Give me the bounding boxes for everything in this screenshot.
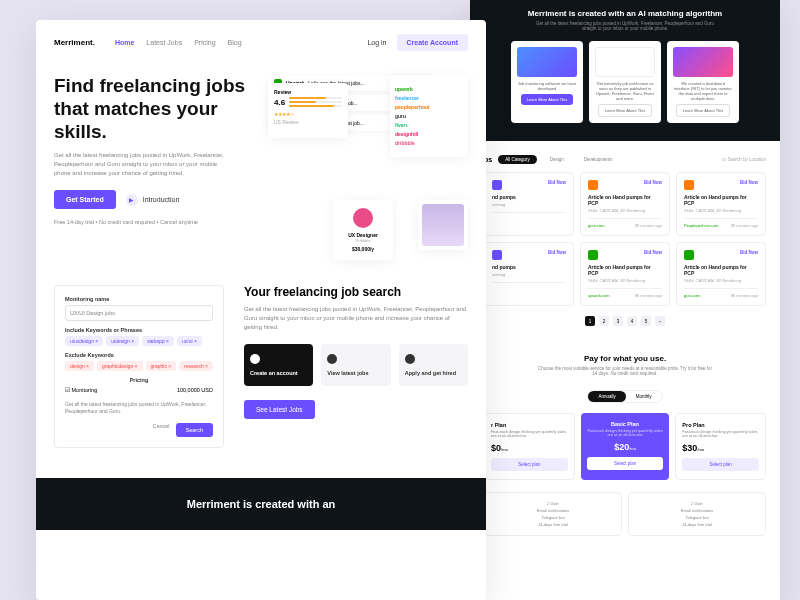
- billing-toggle[interactable]: Annually Monthly: [587, 390, 662, 403]
- pricing-section: Pay for what you use. Choose the most su…: [470, 340, 780, 550]
- plan-name: Basic Plan: [587, 421, 664, 427]
- bid-button[interactable]: Bid Now: [740, 250, 758, 260]
- page-5[interactable]: 5: [641, 316, 651, 326]
- job-logo-icon: [492, 180, 502, 190]
- tag-include[interactable]: ux/ui ×: [177, 336, 202, 346]
- plan-starter: r Plan Fast-track design thinking yet qu…: [484, 413, 575, 480]
- tag-exclude[interactable]: graphic ×: [146, 361, 177, 371]
- tag-include[interactable]: uiuxdesign ×: [65, 336, 103, 346]
- job-logo-icon: [684, 180, 694, 190]
- nav-pricing[interactable]: Pricing: [194, 39, 215, 46]
- logo-guru: guru: [395, 113, 463, 119]
- user-icon: [250, 354, 260, 364]
- step-apply[interactable]: Apply and get hired: [399, 344, 468, 386]
- logo[interactable]: Merriment.: [54, 38, 95, 47]
- learn-more-button[interactable]: Learn More About This: [521, 94, 573, 105]
- toggle-annually[interactable]: Annually: [588, 391, 625, 402]
- job-card[interactable]: Bid Now nd pumps ndering: [484, 172, 574, 236]
- cancel-button[interactable]: Cancel: [152, 423, 169, 437]
- job-card[interactable]: Bid Now nd pumps ndering: [484, 242, 574, 306]
- nav-home[interactable]: Home: [115, 39, 134, 46]
- job-card[interactable]: Bid Now Article on Hand pumps for PCP Sk…: [676, 242, 766, 306]
- ai-sub: Get all the latest freelancing jobs post…: [535, 21, 715, 31]
- job-title: Article on Hand pumps for PCP: [588, 264, 662, 276]
- ux-rate: $30,000/y: [341, 246, 385, 252]
- bid-button[interactable]: Bid Now: [740, 180, 758, 190]
- job-logo-icon: [588, 180, 598, 190]
- logo-designhill: designhill: [395, 131, 463, 137]
- get-started-button[interactable]: Get Started: [54, 190, 116, 209]
- ai-card: Get extremely job notification as soon a…: [589, 41, 661, 123]
- tag-exclude[interactable]: design ×: [65, 361, 94, 371]
- nav-blog[interactable]: Blog: [228, 39, 242, 46]
- job-meta: ndering: [492, 272, 566, 277]
- create-account-button[interactable]: Create Account: [397, 34, 468, 51]
- logo-dribbble: dribbble: [395, 140, 463, 146]
- cat-dev[interactable]: Developments: [577, 155, 620, 164]
- logos-card: upwork freelancer peopleperhour guru fiv…: [390, 75, 468, 157]
- learn-more-button[interactable]: Learn More About This: [676, 104, 730, 117]
- ux-sub: Dribbble: [341, 238, 385, 243]
- toggle-monthly[interactable]: Monthly: [626, 391, 662, 402]
- monitoring-checkbox[interactable]: ☑ Monitoring: [65, 387, 97, 393]
- select-plan-button[interactable]: Select plan: [682, 458, 759, 471]
- ai-graphic: [517, 47, 577, 77]
- section2-title: Your freelancing job search: [244, 285, 468, 299]
- job-card[interactable]: Bid Now Article on Hand pumps for PCP Sk…: [676, 172, 766, 236]
- bid-button[interactable]: Bid Now: [644, 180, 662, 190]
- see-latest-jobs-button[interactable]: See Latest Jobs: [244, 400, 315, 419]
- hero-title: Find freelancing jobs that matches your …: [54, 75, 268, 143]
- page-next[interactable]: →: [655, 316, 665, 326]
- cat-design[interactable]: Design: [543, 155, 571, 164]
- page-3[interactable]: 3: [613, 316, 623, 326]
- monitoring-name-input[interactable]: UX/UI Design jobs: [65, 305, 213, 321]
- job-card[interactable]: Bid Now Article on Hand pumps for PCP Sk…: [580, 172, 670, 236]
- feature-list: 2 UserEmail notifications Telegram bot14…: [628, 492, 766, 536]
- bid-button[interactable]: Bid Now: [644, 250, 662, 260]
- review-score: 4.6: [274, 98, 285, 107]
- ai-card-text: Job monitoring software we have develope…: [517, 81, 577, 91]
- page-2[interactable]: 2: [599, 316, 609, 326]
- select-plan-button[interactable]: Select plan: [491, 458, 568, 471]
- login-link[interactable]: Log in: [367, 39, 386, 46]
- search-button[interactable]: Search: [176, 423, 213, 437]
- ai-card-text: We created a dashboard interface (GIT) t…: [673, 81, 733, 101]
- tag-exclude[interactable]: graphicdesign ×: [97, 361, 142, 371]
- job-card[interactable]: Bid Now Article on Hand pumps for PCP Sk…: [580, 242, 670, 306]
- top-nav: Merriment. Home Latest Jobs Pricing Blog…: [36, 20, 486, 65]
- page-1[interactable]: 1: [585, 316, 595, 326]
- nav-latest-jobs[interactable]: Latest Jobs: [146, 39, 182, 46]
- bid-button[interactable]: Bid Now: [548, 180, 566, 190]
- search-location[interactable]: ⊙ Search by Location: [722, 157, 766, 162]
- check-icon: [405, 354, 415, 364]
- dribbble-icon: [353, 208, 373, 228]
- logo-freelancer: freelancer: [395, 95, 463, 101]
- job-source: upwork.com: [588, 293, 610, 298]
- page-4[interactable]: 4: [627, 316, 637, 326]
- introduction-link[interactable]: ▶ Introduction: [126, 194, 180, 206]
- tag-include[interactable]: uidesign ×: [106, 336, 139, 346]
- job-time: 30 minutes ago: [635, 223, 662, 228]
- job-meta: Skills: CAD/CAM, 3D Rendering: [684, 278, 758, 283]
- step-create-account[interactable]: Create an account: [244, 344, 313, 386]
- job-meta: ndering: [492, 202, 566, 207]
- ux-card: UX Designer Dribbble $30,000/y: [333, 200, 393, 260]
- tag-exclude[interactable]: research ×: [179, 361, 213, 371]
- select-plan-button[interactable]: Select plan: [587, 457, 664, 470]
- tag-include[interactable]: webapp ×: [142, 336, 174, 346]
- review-source: US Review: [274, 119, 342, 125]
- step-view-jobs[interactable]: View latest jobs: [321, 344, 390, 386]
- plan-pro: Pro Plan Fast-track design thinking yet …: [675, 413, 766, 480]
- job-time: 30 minutes ago: [731, 223, 758, 228]
- bid-button[interactable]: Bid Now: [548, 250, 566, 260]
- footer-dark: Merriment is created with an: [36, 478, 486, 530]
- job-meta: Skills: CAD/CAM, 3D Rendering: [588, 208, 662, 213]
- section2-sub: Get all the latest freelancing jobs post…: [244, 305, 468, 332]
- hero-illustration: Review 4.6 ★★★★☆ US Review upwork freela…: [268, 75, 468, 255]
- cat-all[interactable]: All Category: [498, 155, 537, 164]
- avatar: [422, 204, 464, 246]
- learn-more-button[interactable]: Learn More About This: [598, 104, 652, 117]
- job-title: Article on Hand pumps for PCP: [684, 264, 758, 276]
- intro-label: Introduction: [143, 196, 180, 203]
- job-title: nd pumps: [492, 264, 566, 270]
